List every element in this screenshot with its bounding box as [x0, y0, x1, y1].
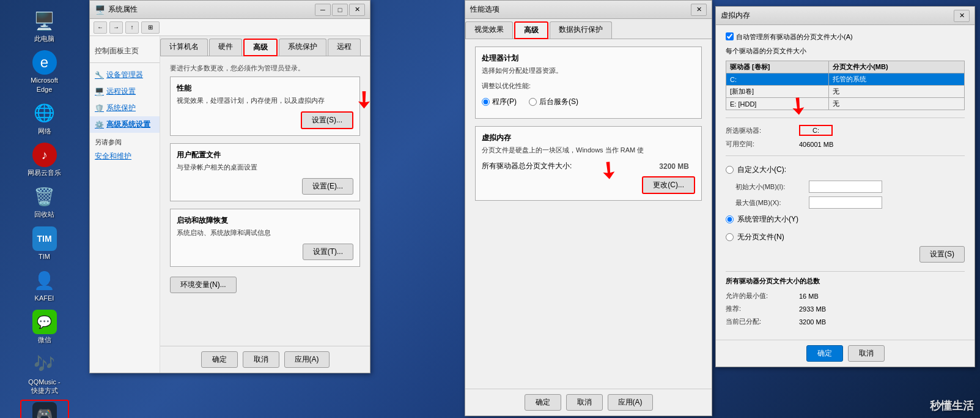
- startup-section: 启动和故障恢复 系统启动、系统故障和调试信息 设置(T)...: [170, 209, 360, 267]
- sidebar-link-device-manager[interactable]: 🔧 设备管理器: [90, 67, 160, 83]
- no-paging-radio-row: 无分页文件(N): [726, 232, 965, 242]
- recommend-value-row: 推荐: 2933 MB: [726, 304, 965, 313]
- custom-size-radio[interactable]: [726, 166, 734, 174]
- tab-system-protect[interactable]: 系统保护: [279, 39, 326, 56]
- max-size-input[interactable]: [809, 196, 882, 209]
- sidebar-link-advanced-system[interactable]: ⚙️ 高级系统设置: [90, 116, 160, 133]
- sysprop-apply-btn[interactable]: 应用(A): [284, 351, 330, 368]
- drive-newvol-size: 无: [829, 86, 965, 98]
- vmem-perf-section: 虚拟内存 分页文件是硬盘上的一块区域，Windows 当作 RAM 使 所有驱动…: [475, 126, 702, 201]
- nav-view-btn[interactable]: ⊞: [141, 21, 160, 34]
- table-row-c[interactable]: C: 托管的系统: [726, 73, 965, 86]
- perf-ok-btn[interactable]: 确定: [525, 394, 561, 411]
- radio-program-input[interactable]: [482, 98, 490, 106]
- per-drive-label: 每个驱动器的分页文件大小: [726, 47, 965, 56]
- radio-program[interactable]: 程序(P): [482, 97, 517, 107]
- env-variables-btn[interactable]: 环境变量(N)...: [170, 277, 237, 293]
- system-managed-radio[interactable]: [726, 215, 734, 223]
- perf-title: 性能: [177, 83, 353, 94]
- vmem-close-btn[interactable]: ✕: [954, 10, 970, 22]
- remote-icon: 🖥️: [95, 88, 104, 96]
- this-pc-icon: 🖥️: [32, 9, 57, 33]
- table-header-drive: 驱动器 [卷标]: [726, 61, 829, 73]
- vmem-set-btn[interactable]: 设置(S): [919, 246, 965, 263]
- perf-settings-btn[interactable]: 设置(S)...: [301, 111, 353, 129]
- nav-back-btn[interactable]: ←: [94, 21, 107, 34]
- perf-close-btn[interactable]: ✕: [691, 4, 707, 16]
- desktop-icon-music163[interactable]: ♪ 网易云音乐: [20, 140, 69, 179]
- sysprop-minimize-btn[interactable]: ─: [315, 4, 331, 16]
- sidebar-link-remote[interactable]: 🖥️ 远程设置: [90, 83, 160, 100]
- nav-up-btn[interactable]: ↑: [125, 21, 139, 34]
- desktop-icon-wechat[interactable]: 💬 微信: [20, 307, 69, 346]
- tab-dep[interactable]: 数据执行保护: [550, 21, 612, 39]
- perf-apply-btn[interactable]: 应用(A): [608, 394, 653, 411]
- tab-advanced-perf[interactable]: 高级: [514, 21, 548, 39]
- tab-visual-effects[interactable]: 视觉效果: [465, 21, 513, 39]
- warning-text: 要进行大多数更改，您必须作为管理员登录。: [170, 64, 360, 73]
- desktop-icons-area: 🖥️ 此电脑 e MicrosoftEdge 🌐 网络 ♪ 网易云音乐 🗑️ 回…: [0, 0, 89, 418]
- auto-manage-checkbox[interactable]: [726, 32, 734, 40]
- vmem-window-controls: ✕: [954, 10, 970, 22]
- tab-advanced[interactable]: 高级: [243, 39, 278, 56]
- vmem-drives-table: 驱动器 [卷标] 分页文件大小(MB) C: 托管的系统 [新加卷] 无 E: …: [726, 61, 965, 110]
- desktop-icon-tim[interactable]: TIM TIM: [20, 224, 69, 263]
- current-value-row: 当前已分配: 3200 MB: [726, 317, 965, 326]
- vmem-ok-btn[interactable]: 确定: [806, 345, 843, 362]
- radio-program-label: 程序(P): [492, 97, 517, 107]
- perf-section: 性能 视觉效果，处理器计划，内存使用，以及虚拟内存 设置(S)...: [170, 77, 360, 136]
- drive-newvol-name: [新加卷]: [726, 86, 829, 98]
- min-label: 允许的最小值:: [726, 291, 799, 300]
- recycle-label: 回收站: [34, 210, 54, 218]
- tab-hardware[interactable]: 硬件: [209, 39, 242, 56]
- sidebar-link-system-protect[interactable]: 🛡️ 系统保护: [90, 100, 160, 116]
- system-managed-label: 系统管理的大小(Y): [737, 214, 798, 225]
- watermark: 秒懂生活: [930, 398, 974, 413]
- network-label: 网络: [38, 127, 51, 135]
- table-row-newvol[interactable]: [新加卷] 无: [726, 86, 965, 98]
- no-paging-radio[interactable]: [726, 233, 734, 241]
- desktop-icon-edge[interactable]: e MicrosoftEdge: [20, 48, 69, 96]
- network-icon: 🌐: [32, 101, 57, 125]
- initial-size-input[interactable]: [809, 181, 882, 193]
- startup-settings-btn[interactable]: 设置(T)...: [303, 244, 353, 260]
- tim-label: TIM: [39, 252, 50, 261]
- table-row-e[interactable]: E: [HDD] 无: [726, 98, 965, 110]
- tab-computer-name[interactable]: 计算机名: [160, 39, 208, 56]
- qqmusic-label: QQMusic -快捷方式: [28, 378, 61, 395]
- vmem-cancel-btn[interactable]: 取消: [848, 345, 885, 362]
- this-pc-label: 此电脑: [34, 34, 54, 43]
- sysprop-close-btn[interactable]: ✕: [349, 4, 365, 16]
- sysprop-ok-btn[interactable]: 确定: [201, 351, 238, 368]
- sidebar-link-safety[interactable]: 安全和维护: [90, 148, 160, 165]
- perf-cancel-btn[interactable]: 取消: [566, 394, 603, 411]
- drive-c-name: C:: [726, 73, 829, 86]
- nav-forward-btn[interactable]: →: [109, 21, 123, 34]
- perf-bottom-bar: 确定 取消 应用(A): [465, 389, 712, 416]
- system-properties-window: 🖥️ 系统属性 ─ □ ✕ ← → ↑ ⊞ 控制面板主页 🔧 设备管理器 🖥️ …: [89, 0, 370, 373]
- recommend-label: 推荐:: [726, 304, 799, 313]
- perf-titlebar[interactable]: 性能选项 ✕: [465, 1, 712, 19]
- perf-main-content: 视觉效果 高级 数据执行保护 处理器计划 选择如何分配处理器资源。 调整以优化性…: [465, 19, 712, 416]
- vmem-change-btn[interactable]: 更改(C)...: [642, 176, 695, 194]
- user-profile-settings-btn[interactable]: 设置(E)...: [302, 178, 353, 195]
- radio-background[interactable]: 后台服务(S): [529, 97, 578, 107]
- custom-size-radio-row: 自定义大小(C):: [726, 165, 965, 175]
- desktop-icon-steam[interactable]: 🎮 Steam: [20, 400, 69, 418]
- radio-background-input[interactable]: [529, 98, 537, 106]
- processor-adjust-label: 调整以优化性能:: [482, 81, 695, 91]
- desktop-icon-network[interactable]: 🌐 网络: [20, 99, 69, 138]
- desktop-icon-qqmusic[interactable]: 🎶 QQMusic -快捷方式: [20, 349, 69, 398]
- vmem-titlebar[interactable]: 虚拟内存 ✕: [716, 7, 974, 25]
- see-also-label: 另请参阅: [90, 133, 160, 148]
- tab-remote[interactable]: 远程: [328, 39, 361, 56]
- desktop-icon-kafei[interactable]: 👤 KAFEI: [20, 266, 69, 305]
- processor-title: 处理器计划: [482, 53, 695, 64]
- desktop-icon-this-pc[interactable]: 🖥️ 此电脑: [20, 6, 69, 45]
- recommend-value: 2933 MB: [799, 305, 826, 313]
- sysprop-cancel-btn[interactable]: 取消: [243, 351, 279, 368]
- sysprop-titlebar[interactable]: 🖥️ 系统属性 ─ □ ✕: [90, 1, 370, 19]
- desktop-icon-recycle[interactable]: 🗑️ 回收站: [20, 182, 69, 221]
- kafei-icon: 👤: [32, 268, 57, 293]
- sysprop-maximize-btn[interactable]: □: [332, 4, 348, 16]
